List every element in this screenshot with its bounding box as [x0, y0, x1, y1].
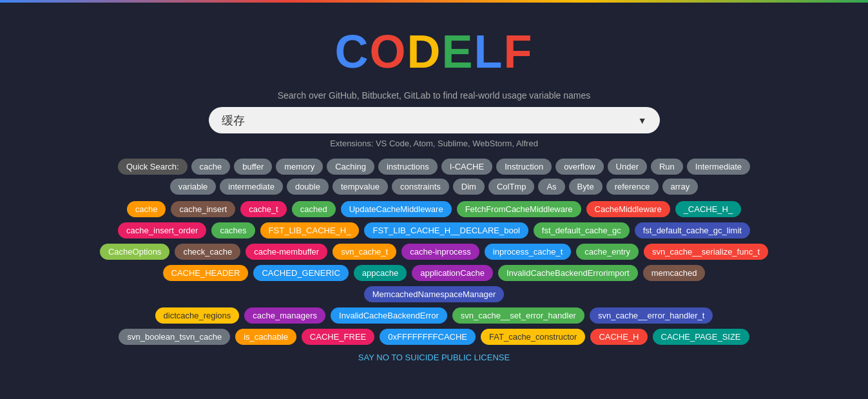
search-row: ▼ [93, 107, 776, 133]
tag-cache-inprocess[interactable]: cache-inprocess [401, 244, 479, 260]
tag-0xffffcache[interactable]: 0xFFFFFFFFCACHE [380, 329, 476, 345]
qs-tag-constraints[interactable]: constraints [392, 179, 449, 195]
tag-dictcache-regions[interactable]: dictcache_regions [155, 307, 240, 324]
tag-cache-insert[interactable]: cache_insert [171, 201, 235, 217]
tag-cacheoptions[interactable]: CacheOptions [100, 244, 169, 260]
tag-invalidcachebackenderrorimport[interactable]: InvalidCacheBackendErrorimport [498, 265, 638, 281]
qs-tag-intermediate2[interactable]: intermediate [220, 179, 283, 195]
tag-fst-lib-cache-h-declare[interactable]: FST_LIB_CACHE_H__DECLARE_bool [364, 222, 528, 238]
quick-search-row: Quick Search: cache buffer memory Cachin… [93, 159, 776, 195]
tag-fetchfromcachemiddleware[interactable]: FetchFromCacheMiddleware [457, 201, 581, 217]
tag-svn-boolean-tsvn-cache[interactable]: svn_boolean_tsvn_cache [119, 329, 230, 345]
logo-o: O [369, 26, 407, 77]
qs-tag-variable[interactable]: variable [170, 179, 217, 195]
tag-invalidcachebackenderror[interactable]: InvalidCacheBackendError [331, 307, 447, 324]
tag-fst-lib-cache-h[interactable]: FST_LIB_CACHE_H_ [260, 222, 360, 238]
tag-fst-default-cache-gc-limit[interactable]: fst_default_cache_gc_limit [635, 222, 750, 238]
qs-tag-run[interactable]: Run [651, 159, 683, 175]
tag-memcached[interactable]: memcached [643, 265, 706, 281]
footer-license[interactable]: SAY NO TO SUICIDE PUBLIC LICENSE [93, 353, 776, 362]
qs-tag-cache[interactable]: cache [191, 159, 231, 175]
tag-cache-h2[interactable]: CACHE_H [590, 329, 647, 345]
logo-f: F [504, 26, 534, 77]
result-row-5: dictcache_regions cache_managers Invalid… [155, 307, 713, 324]
tag-cache-page-size[interactable]: CACHE_PAGE_SIZE [653, 329, 749, 345]
tag-inprocess-cache-t[interactable]: inprocess_cache_t [485, 244, 571, 260]
logo-d: D [407, 26, 442, 77]
tag-svn-cache-set-error-handler[interactable]: svn_cache__set_error_handler [452, 307, 584, 324]
qs-tag-tempvalue[interactable]: tempvalue [333, 179, 388, 195]
logo-e: E [442, 26, 474, 77]
qs-tag-buffer[interactable]: buffer [234, 159, 272, 175]
tag-cached[interactable]: cached [292, 201, 336, 217]
tag-cache-membuffer[interactable]: cache-membuffer [246, 244, 327, 260]
tag-caches[interactable]: caches [211, 222, 255, 238]
dropdown-icon[interactable]: ▼ [638, 115, 647, 126]
result-row-2: cache_insert_order caches FST_LIB_CACHE_… [118, 222, 750, 238]
result-row-1: cache cache_insert cache_t cached Update… [127, 201, 741, 217]
tag-cache-t[interactable]: cache_t [240, 201, 287, 217]
tag-cache[interactable]: cache [127, 201, 166, 217]
qs-tag-as[interactable]: As [538, 179, 564, 195]
result-row-4: CACHE_HEADER CACHED_GENERIC appcache app… [93, 265, 776, 302]
qs-tag-caching[interactable]: Caching [327, 159, 374, 175]
search-box: ▼ [209, 107, 660, 133]
qs-tag-array[interactable]: array [662, 179, 699, 195]
qs-tag-memory[interactable]: memory [276, 159, 323, 175]
tag-cache-free[interactable]: CACHE_FREE [302, 329, 374, 345]
tag-appcache[interactable]: appcache [354, 265, 407, 281]
tag-cache-entry[interactable]: cache_entry [576, 244, 639, 260]
logo[interactable]: CODELF [93, 28, 776, 75]
qs-tag-byte[interactable]: Byte [569, 179, 603, 195]
results-area: cache cache_insert cache_t cached Update… [93, 201, 776, 345]
qs-tag-intermediate[interactable]: Intermediate [687, 159, 750, 175]
quick-search-label: Quick Search: [118, 159, 188, 175]
qs-tag-overflow[interactable]: overflow [555, 159, 603, 175]
tag-cache-managers[interactable]: cache_managers [244, 307, 325, 324]
tag-updatecachemiddleware[interactable]: UpdateCacheMiddleware [341, 201, 452, 217]
tag-applicationcache[interactable]: applicationCache [412, 265, 493, 281]
qs-tag-reference[interactable]: reference [606, 179, 659, 195]
tag-svn-cache-serialize-func-t[interactable]: svn_cache__serialize_func_t [644, 244, 768, 260]
qs-tag-instruction[interactable]: Instruction [496, 159, 552, 175]
tag-check-cache[interactable]: check_cache [175, 244, 240, 260]
tag-cached-generic[interactable]: CACHED_GENERIC [253, 265, 348, 281]
logo-area: CODELF [93, 3, 776, 81]
tag-svn-cache-error-handler-t[interactable]: svn_cache__error_handler_t [590, 307, 713, 324]
extensions-text: Extensions: VS Code, Atom, Sublime, WebS… [93, 139, 776, 148]
subtitle: Search over GitHub, Bitbucket, GitLab to… [93, 90, 776, 101]
tag-svn-cache-t[interactable]: svn_cache_t [333, 244, 396, 260]
logo-c: C [334, 26, 369, 77]
tag-cache-header[interactable]: CACHE_HEADER [163, 265, 249, 281]
tag-cache-insert-order[interactable]: cache_insert_order [118, 222, 206, 238]
tag-is-cachable[interactable]: is_cachable [235, 329, 296, 345]
result-row-3: CacheOptions check_cache cache-membuffer… [100, 244, 768, 260]
tag-cachemiddleware[interactable]: CacheMiddleware [586, 201, 670, 217]
qs-tag-dim[interactable]: Dim [453, 179, 485, 195]
search-input[interactable] [222, 113, 638, 127]
qs-tag-coltmp[interactable]: ColTmp [488, 179, 535, 195]
qs-tag-instructions[interactable]: instructions [378, 159, 438, 175]
result-row-6: svn_boolean_tsvn_cache is_cachable CACHE… [119, 329, 749, 345]
qs-tag-double[interactable]: double [287, 179, 329, 195]
tag-fst-default-cache-gc[interactable]: fst_default_cache_gc [534, 222, 630, 238]
tag-memcachednamespacemanager[interactable]: MemcachedNamespaceManager [364, 286, 504, 302]
tag-cache-h[interactable]: _CACHE_H_ [675, 201, 742, 217]
tag-fat-cache-constructor[interactable]: FAT_cache_constructor [481, 329, 585, 345]
qs-tag-under[interactable]: Under [608, 159, 647, 175]
qs-tag-icache[interactable]: I-CACHE [441, 159, 492, 175]
logo-l: L [474, 26, 504, 77]
